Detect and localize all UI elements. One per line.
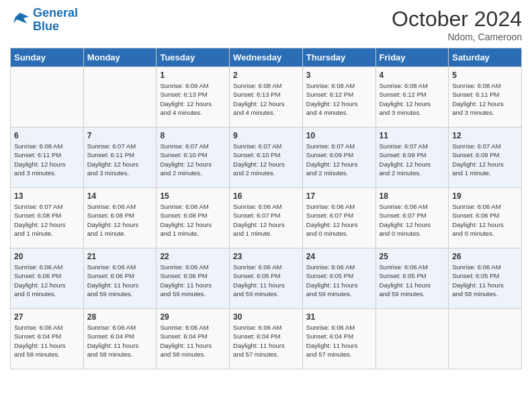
day-info: Sunrise: 6:06 AM Sunset: 6:06 PM Dayligh… [452, 202, 518, 238]
col-header-sunday: Sunday [11, 48, 84, 67]
month-title: October 2024 [392, 7, 522, 32]
calendar-week-5: 27Sunrise: 6:06 AM Sunset: 6:04 PM Dayli… [11, 309, 522, 369]
calendar-cell: 17Sunrise: 6:06 AM Sunset: 6:07 PM Dayli… [302, 188, 375, 248]
day-info: Sunrise: 6:06 AM Sunset: 6:06 PM Dayligh… [14, 263, 80, 298]
day-info: Sunrise: 6:09 AM Sunset: 6:13 PM Dayligh… [160, 81, 226, 117]
col-header-friday: Friday [375, 48, 449, 67]
calendar-header-row: SundayMondayTuesdayWednesdayThursdayFrid… [11, 48, 522, 67]
day-info: Sunrise: 6:07 AM Sunset: 6:09 PM Dayligh… [306, 142, 372, 177]
day-number: 2 [233, 71, 299, 80]
day-number: 24 [306, 252, 372, 261]
day-info: Sunrise: 6:06 AM Sunset: 6:05 PM Dayligh… [380, 263, 445, 298]
calendar-cell: 24Sunrise: 6:06 AM Sunset: 6:05 PM Dayli… [302, 248, 375, 309]
day-number: 29 [160, 312, 226, 322]
day-number: 25 [380, 252, 445, 261]
day-info: Sunrise: 6:06 AM Sunset: 6:04 PM Dayligh… [14, 323, 80, 359]
day-info: Sunrise: 6:08 AM Sunset: 6:13 PM Dayligh… [233, 81, 299, 117]
day-number: 1 [160, 71, 226, 80]
day-number: 13 [14, 191, 80, 201]
calendar-week-2: 6Sunrise: 6:08 AM Sunset: 6:11 PM Daylig… [11, 128, 522, 188]
day-info: Sunrise: 6:06 AM Sunset: 6:06 PM Dayligh… [160, 263, 226, 298]
calendar-cell: 10Sunrise: 6:07 AM Sunset: 6:09 PM Dayli… [302, 128, 375, 188]
calendar-cell: 11Sunrise: 6:07 AM Sunset: 6:09 PM Dayli… [375, 128, 449, 188]
col-header-saturday: Saturday [449, 48, 522, 67]
day-info: Sunrise: 6:06 AM Sunset: 6:07 PM Dayligh… [233, 202, 299, 238]
logo-line1: General [33, 6, 78, 19]
page-header: General Blue October 2024 Ndom, Cameroon [10, 7, 522, 42]
day-info: Sunrise: 6:06 AM Sunset: 6:04 PM Dayligh… [160, 323, 226, 359]
title-block: October 2024 Ndom, Cameroon [392, 7, 522, 42]
day-number: 15 [160, 191, 226, 201]
calendar-cell: 7Sunrise: 6:07 AM Sunset: 6:11 PM Daylig… [83, 128, 157, 188]
day-number: 22 [160, 252, 226, 261]
day-info: Sunrise: 6:08 AM Sunset: 6:12 PM Dayligh… [380, 81, 445, 117]
day-info: Sunrise: 6:06 AM Sunset: 6:04 PM Dayligh… [233, 323, 299, 359]
logo-icon [10, 11, 30, 28]
day-number: 31 [306, 312, 372, 322]
day-info: Sunrise: 6:07 AM Sunset: 6:10 PM Dayligh… [233, 142, 299, 177]
col-header-wednesday: Wednesday [230, 48, 303, 67]
calendar-cell: 2Sunrise: 6:08 AM Sunset: 6:13 PM Daylig… [230, 67, 303, 128]
calendar-cell: 25Sunrise: 6:06 AM Sunset: 6:05 PM Dayli… [375, 248, 449, 309]
calendar-cell: 6Sunrise: 6:08 AM Sunset: 6:11 PM Daylig… [11, 128, 84, 188]
day-info: Sunrise: 6:06 AM Sunset: 6:08 PM Dayligh… [160, 202, 226, 238]
day-number: 26 [452, 252, 518, 261]
day-info: Sunrise: 6:08 AM Sunset: 6:11 PM Dayligh… [14, 142, 80, 177]
calendar-cell [449, 309, 522, 369]
day-number: 9 [233, 131, 299, 140]
day-number: 7 [87, 131, 153, 140]
calendar-cell: 1Sunrise: 6:09 AM Sunset: 6:13 PM Daylig… [157, 67, 230, 128]
col-header-monday: Monday [83, 48, 157, 67]
calendar-cell: 30Sunrise: 6:06 AM Sunset: 6:04 PM Dayli… [230, 309, 303, 369]
day-info: Sunrise: 6:06 AM Sunset: 6:07 PM Dayligh… [380, 202, 445, 238]
day-info: Sunrise: 6:06 AM Sunset: 6:04 PM Dayligh… [306, 323, 372, 359]
calendar-cell: 13Sunrise: 6:07 AM Sunset: 6:08 PM Dayli… [11, 188, 84, 248]
svg-marker-0 [13, 13, 29, 24]
day-info: Sunrise: 6:06 AM Sunset: 6:06 PM Dayligh… [87, 263, 153, 298]
calendar-cell: 23Sunrise: 6:06 AM Sunset: 6:05 PM Dayli… [230, 248, 303, 309]
calendar-cell: 22Sunrise: 6:06 AM Sunset: 6:06 PM Dayli… [157, 248, 230, 309]
logo-line2: Blue [33, 19, 59, 33]
day-number: 3 [306, 71, 372, 80]
day-info: Sunrise: 6:06 AM Sunset: 6:05 PM Dayligh… [452, 263, 518, 298]
col-header-tuesday: Tuesday [157, 48, 230, 67]
day-number: 27 [14, 312, 80, 322]
calendar-cell: 8Sunrise: 6:07 AM Sunset: 6:10 PM Daylig… [157, 128, 230, 188]
calendar-week-3: 13Sunrise: 6:07 AM Sunset: 6:08 PM Dayli… [11, 188, 522, 248]
day-number: 30 [233, 312, 299, 322]
calendar-cell: 20Sunrise: 6:06 AM Sunset: 6:06 PM Dayli… [11, 248, 84, 309]
day-info: Sunrise: 6:07 AM Sunset: 6:09 PM Dayligh… [452, 142, 518, 177]
day-info: Sunrise: 6:07 AM Sunset: 6:10 PM Dayligh… [160, 142, 226, 177]
calendar-cell: 31Sunrise: 6:06 AM Sunset: 6:04 PM Dayli… [302, 309, 375, 369]
calendar-week-1: 1Sunrise: 6:09 AM Sunset: 6:13 PM Daylig… [11, 67, 522, 128]
calendar-cell: 4Sunrise: 6:08 AM Sunset: 6:12 PM Daylig… [375, 67, 449, 128]
calendar-cell: 14Sunrise: 6:06 AM Sunset: 6:08 PM Dayli… [83, 188, 157, 248]
day-number: 8 [160, 131, 226, 140]
calendar-week-4: 20Sunrise: 6:06 AM Sunset: 6:06 PM Dayli… [11, 248, 522, 309]
day-number: 17 [306, 191, 372, 201]
day-info: Sunrise: 6:06 AM Sunset: 6:07 PM Dayligh… [306, 202, 372, 238]
calendar-cell: 15Sunrise: 6:06 AM Sunset: 6:08 PM Dayli… [157, 188, 230, 248]
day-number: 10 [306, 131, 372, 140]
day-info: Sunrise: 6:06 AM Sunset: 6:05 PM Dayligh… [233, 263, 299, 298]
day-number: 5 [452, 71, 518, 80]
day-info: Sunrise: 6:07 AM Sunset: 6:08 PM Dayligh… [14, 202, 80, 238]
day-info: Sunrise: 6:06 AM Sunset: 6:08 PM Dayligh… [87, 202, 153, 238]
calendar-cell: 16Sunrise: 6:06 AM Sunset: 6:07 PM Dayli… [230, 188, 303, 248]
calendar-cell: 28Sunrise: 6:06 AM Sunset: 6:04 PM Dayli… [83, 309, 157, 369]
calendar-cell: 27Sunrise: 6:06 AM Sunset: 6:04 PM Dayli… [11, 309, 84, 369]
day-number: 14 [87, 191, 153, 201]
day-info: Sunrise: 6:06 AM Sunset: 6:04 PM Dayligh… [87, 323, 153, 359]
day-number: 18 [380, 191, 445, 201]
day-number: 16 [233, 191, 299, 201]
day-info: Sunrise: 6:06 AM Sunset: 6:05 PM Dayligh… [306, 263, 372, 298]
calendar-cell [11, 67, 84, 128]
day-number: 21 [87, 252, 153, 261]
calendar-cell: 29Sunrise: 6:06 AM Sunset: 6:04 PM Dayli… [157, 309, 230, 369]
day-number: 12 [452, 131, 518, 140]
day-number: 19 [452, 191, 518, 201]
calendar-table: SundayMondayTuesdayWednesdayThursdayFrid… [10, 48, 522, 369]
calendar-cell: 26Sunrise: 6:06 AM Sunset: 6:05 PM Dayli… [449, 248, 522, 309]
day-info: Sunrise: 6:08 AM Sunset: 6:11 PM Dayligh… [452, 81, 518, 117]
calendar-cell [375, 309, 449, 369]
